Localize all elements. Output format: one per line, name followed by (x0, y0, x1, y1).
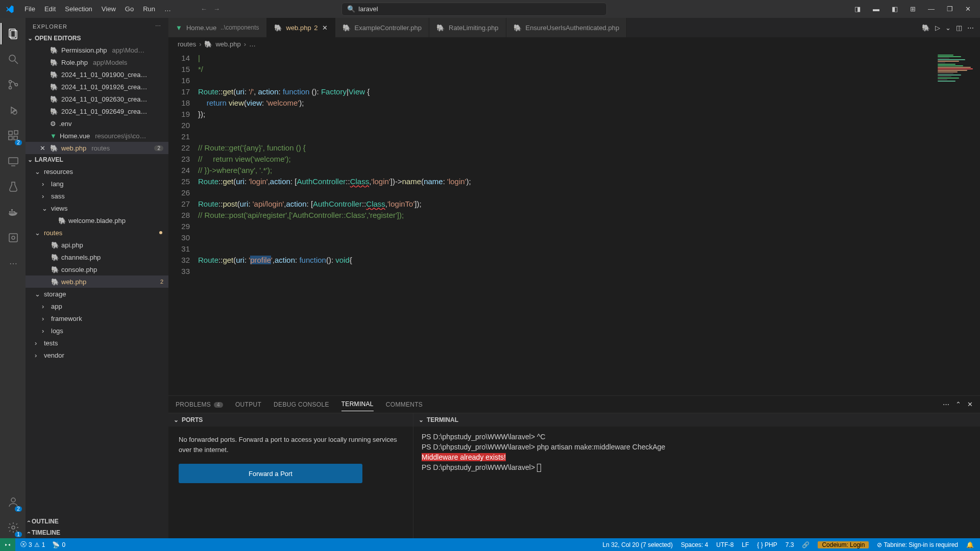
window-close-icon[interactable]: ✕ (961, 3, 975, 15)
activity-scm-icon[interactable] (1, 74, 25, 95)
open-editor-item[interactable]: ▼Home.vueresources\js\co… (26, 130, 168, 142)
forward-port-button[interactable]: Forward a Port (179, 464, 362, 483)
minimap[interactable] (934, 51, 980, 395)
open-editor-item[interactable]: 🐘2024_11_01_092649_crea… (26, 105, 168, 117)
menu-edit[interactable]: Edit (40, 3, 60, 15)
activity-search-icon[interactable] (1, 48, 25, 70)
file-item[interactable]: 🐘welcome.blade.php (26, 214, 168, 227)
command-center-search[interactable]: 🔍 laravel (341, 3, 607, 16)
activity-debug-icon[interactable] (1, 99, 25, 121)
run-icon[interactable]: ▷ (935, 24, 940, 32)
folder-item[interactable]: ›vendor (26, 349, 168, 361)
breadcrumbs[interactable]: routes › 🐘 web.php › … (168, 37, 980, 51)
status-encoding[interactable]: UTF-8 (716, 541, 733, 548)
run-dropdown-icon[interactable]: ⌄ (945, 24, 951, 32)
terminal-header[interactable]: ⌄ TERMINAL (413, 413, 980, 427)
folder-item[interactable]: ⌄routes (26, 227, 168, 239)
status-php-version[interactable]: 7.3 (786, 541, 794, 548)
nav-back-icon[interactable]: ← (201, 5, 207, 13)
editor-tab[interactable]: 🐘RateLimiting.php (429, 18, 506, 37)
explorer-more-icon[interactable]: ⋯ (155, 23, 161, 30)
file-item[interactable]: 🐘console.php (26, 263, 168, 276)
folder-item[interactable]: ›lang (26, 178, 168, 190)
panel-tab-debug-console[interactable]: DEBUG CONSOLE (274, 398, 329, 411)
activity-extensions-icon[interactable]: 2 (1, 125, 25, 146)
menu-file[interactable]: File (20, 3, 39, 15)
open-editor-item[interactable]: ✕🐘web.phproutes2 (26, 142, 168, 154)
remote-indicator[interactable] (0, 538, 15, 551)
open-editor-item[interactable]: 🐘Role.phpapp\Models (26, 56, 168, 68)
activity-remote-icon[interactable] (1, 151, 25, 172)
open-editor-item[interactable]: 🐘2024_11_01_091900_crea… (26, 68, 168, 81)
editor-tab[interactable]: ▼Home.vue..\components (168, 18, 267, 37)
breadcrumb-segment[interactable]: … (249, 40, 256, 48)
open-editors-header[interactable]: ⌄ OPEN EDITORS (26, 33, 168, 44)
status-problems[interactable]: ⓧ3 ⚠1 (20, 540, 45, 549)
file-item[interactable]: 🐘web.php2 (26, 276, 168, 288)
open-editor-item[interactable]: 🐘2024_11_01_091926_crea… (26, 81, 168, 93)
status-indentation[interactable]: Spaces: 4 (681, 541, 708, 548)
breadcrumb-segment[interactable]: web.php (215, 40, 240, 48)
outline-header[interactable]: › OUTLINE (26, 516, 168, 527)
folder-item[interactable]: ›app (26, 300, 168, 312)
activity-more-icon[interactable]: ⋯ (1, 253, 25, 274)
open-editor-item[interactable]: 🐘2024_11_01_092630_crea… (26, 93, 168, 105)
file-item[interactable]: 🐘channels.php (26, 251, 168, 263)
panel-tab-problems[interactable]: PROBLEMS4 (176, 398, 223, 411)
open-editor-item[interactable]: 🐘Permission.phpapp\Mod… (26, 44, 168, 56)
activity-test-icon[interactable] (1, 176, 25, 197)
folder-item[interactable]: ›logs (26, 324, 168, 337)
close-tab-icon[interactable]: ✕ (322, 24, 328, 32)
activity-settings-icon[interactable]: 1 (1, 517, 25, 538)
code-editor[interactable]: 1415161718192021222324252627282930313233… (168, 51, 980, 395)
window-restore-icon[interactable]: ❐ (943, 3, 957, 15)
split-editor-icon[interactable]: ◫ (956, 24, 962, 32)
close-icon[interactable]: ✕ (40, 144, 47, 152)
folder-item[interactable]: ›tests (26, 337, 168, 349)
status-tabnine[interactable]: ⊘ Tabnine: Sign-in is required (877, 541, 958, 548)
activity-codeium-icon[interactable] (1, 227, 25, 248)
layout-panel-icon[interactable]: ▬ (869, 3, 884, 15)
file-item[interactable]: 🐘api.php (26, 239, 168, 251)
menu-run[interactable]: Run (139, 3, 159, 15)
terminal-content[interactable]: PS D:\phpstudy_pro\WWW\laravel> ^CPS D:\… (413, 427, 980, 538)
folder-item[interactable]: ⌄views (26, 202, 168, 214)
status-notifications-icon[interactable]: 🔔 (966, 541, 974, 548)
folder-item[interactable]: ⌄resources (26, 165, 168, 178)
timeline-header[interactable]: › TIMELINE (26, 527, 168, 538)
ports-header[interactable]: ⌄ PORTS (168, 413, 413, 427)
panel-tab-comments[interactable]: COMMENTS (386, 398, 423, 411)
editor-tab[interactable]: 🐘web.php 2✕ (267, 18, 335, 37)
panel-more-icon[interactable]: ⋯ (943, 400, 949, 408)
activity-docker-icon[interactable] (1, 202, 25, 223)
menu-…[interactable]: … (160, 3, 175, 15)
panel-tab-terminal[interactable]: TERMINAL (341, 397, 374, 411)
menu-go[interactable]: Go (121, 3, 138, 15)
editor-tab[interactable]: 🐘ExampleController.php (335, 18, 430, 37)
language-icon[interactable]: 🐘 (922, 24, 930, 32)
folder-item[interactable]: ›framework (26, 312, 168, 324)
menu-selection[interactable]: Selection (61, 3, 96, 15)
status-ports[interactable]: 📡0 (52, 541, 65, 548)
editor-more-icon[interactable]: ⋯ (967, 24, 974, 32)
laravel-project-header[interactable]: ⌄ LARAVEL (26, 154, 168, 165)
nav-forward-icon[interactable]: → (213, 5, 220, 13)
panel-tab-output[interactable]: OUTPUT (235, 398, 261, 411)
activity-explorer-icon[interactable] (1, 23, 25, 44)
menu-view[interactable]: View (97, 3, 120, 15)
status-codeium[interactable]: Codeium: Login (818, 541, 869, 548)
panel-close-icon[interactable]: ✕ (967, 400, 973, 408)
folder-item[interactable]: ⌄storage (26, 288, 168, 300)
editor-tab[interactable]: 🐘EnsureUserIsAuthenticated.php (506, 18, 627, 37)
panel-maximize-icon[interactable]: ⌃ (955, 400, 961, 408)
folder-item[interactable]: ›sass (26, 190, 168, 202)
layout-secondary-icon[interactable]: ◧ (888, 3, 902, 15)
code-content[interactable]: |*/ Route::get(uri: '/', action: functio… (198, 51, 934, 395)
status-eol[interactable]: LF (742, 541, 749, 548)
breadcrumb-segment[interactable]: routes (178, 40, 196, 48)
layout-primary-icon[interactable]: ◨ (850, 3, 865, 15)
layout-customize-icon[interactable]: ⊞ (906, 3, 920, 15)
status-language[interactable]: { } PHP (757, 541, 777, 548)
status-cursor[interactable]: Ln 32, Col 20 (7 selected) (603, 541, 673, 548)
activity-accounts-icon[interactable]: 2 (1, 491, 25, 513)
